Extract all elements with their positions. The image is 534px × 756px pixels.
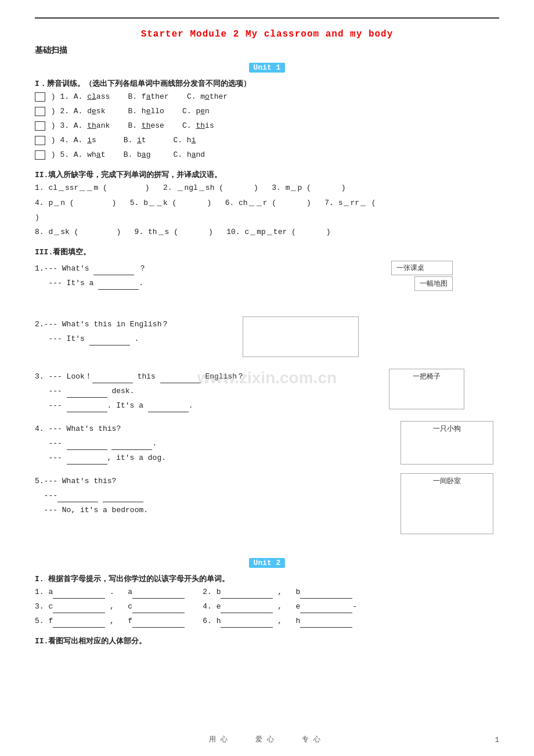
dialog-5-text: 5.--- What's this? --- --- No, it's a be…: [35, 473, 250, 519]
dialog-3-line3: --- . It's a .: [35, 399, 284, 412]
footer-text: 用心 爱心 专心: [0, 735, 534, 744]
exercise-III-title: III.看图填空。: [35, 247, 499, 257]
main-title: Starter Module 2 My classroom and my bod…: [35, 29, 499, 39]
dialog-4-image: 一只小狗: [400, 421, 493, 465]
dialog-4: 4. --- What's this? --- . --- , it's a d…: [35, 421, 499, 467]
dialog-5-line3: --- No, it's a bedroom.: [35, 504, 250, 517]
section-label: 基础扫描: [35, 45, 499, 56]
dialog-5-line1: 5.--- What's this?: [35, 475, 250, 488]
ex1-item1: ) 1. A. class B. father C. mother: [35, 91, 499, 103]
image-box-desk: 一张课桌: [391, 261, 453, 275]
dialog-1-images: 一张课桌 一幅地图: [391, 261, 453, 292]
unit2-badge-row: Unit 2: [35, 555, 499, 570]
unit2-badge: Unit 2: [249, 558, 286, 568]
ex1-item5: ) 5. A. what B. bag C. hand: [35, 149, 499, 161]
paren-5: [35, 150, 45, 160]
unit2-ex1-row3: 5. f , f 6. h , h: [35, 615, 499, 628]
dialog-2-text: 2.--- What's this in English？ --- It's .: [35, 316, 232, 347]
dialog-3-line2: --- desk.: [35, 385, 284, 398]
top-divider: [35, 17, 499, 19]
dialog-5-line2: ---: [35, 489, 250, 502]
paren-2: [35, 107, 45, 116]
ex1-item3: ) 3. A. thank B. these C. this: [35, 120, 499, 132]
ex1-item2: ) 2. A. desk B. hello C. pen: [35, 105, 499, 118]
footer-page-num: 1: [495, 736, 499, 744]
dialog-2: 2.--- What's this in English？ --- It's .: [35, 316, 499, 363]
ex1-item4: ) 4. A. is B. it C. hi: [35, 134, 499, 147]
unit1-badge: Unit 1: [249, 63, 286, 73]
paren-1: [35, 92, 45, 102]
dialog-5: 5.--- What's this? --- --- No, it's a be…: [35, 473, 499, 537]
dialog-2-image-area: [243, 316, 359, 357]
exercise-I-title: I．辨音训练。（选出下列各组单词中画线部分发音不同的选项）: [35, 78, 499, 89]
ex2-row2b: ): [35, 211, 499, 224]
ex2-row2: 4. p＿n ( ) 5. b＿＿k ( ) 6. ch＿＿r ( ) 7. s…: [35, 197, 499, 210]
dialog-4-line3: --- , it's a dog.: [35, 452, 250, 465]
dialog-3-text: 3. --- Look！ this English？ --- desk. ---…: [35, 369, 284, 414]
dialog-5-image: 一间卧室: [400, 473, 493, 534]
exercise-II-title: II.填入所缺字母，完成下列单词的拼写，并译成汉语。: [35, 170, 499, 180]
dialog-2-line1: 2.--- What's this in English？: [35, 318, 232, 331]
dialog-1-line2: --- It's a .: [35, 277, 250, 290]
dialog-4-text: 4. --- What's this? --- . --- , it's a d…: [35, 421, 250, 466]
dialog-3: 3. --- Look！ this English？ --- desk. ---…: [35, 369, 499, 415]
dialog-2-line2: --- It's .: [35, 333, 232, 345]
unit2-ex1-row1: 1. a . a 2. b , b: [35, 586, 499, 599]
image-box-map: 一幅地图: [414, 276, 453, 291]
unit1-badge-row: Unit 1: [35, 59, 499, 75]
dialog-1-line1: 1.--- What's ？: [35, 262, 250, 275]
ex2-row1: 1. cl＿ssr＿＿m ( ) 2. ＿ngl＿sh ( ) 3. m＿p (…: [35, 182, 499, 195]
dialog-3-line1: 3. --- Look！ this English？: [35, 370, 284, 383]
unit2-exercise-II-title: II.看图写出相对应的人体部分。: [35, 636, 499, 646]
dialog-3-image: 一把椅子: [389, 369, 464, 409]
dialog-1: 1.--- What's ？ --- It's a . 一张课桌 一幅地图: [35, 261, 499, 313]
dialog-4-line2: --- .: [35, 437, 250, 450]
dialog-4-line1: 4. --- What's this?: [35, 423, 250, 435]
dialog-1-text: 1.--- What's ？ --- It's a .: [35, 261, 250, 291]
paren-4: [35, 136, 45, 145]
unit2-section: Unit 2 I. 根据首字母提示，写出你学过的以该字母开头的单词。 1. a …: [35, 555, 499, 646]
paren-3: [35, 121, 45, 131]
unit2-exercise-I-title: I. 根据首字母提示，写出你学过的以该字母开头的单词。: [35, 574, 499, 584]
unit2-ex1-row2: 3. c , c 4. e , e-: [35, 600, 499, 613]
ex2-row3: 8. d＿sk ( ) 9. th＿s ( ) 10. c＿mp＿ter ( ): [35, 226, 499, 239]
